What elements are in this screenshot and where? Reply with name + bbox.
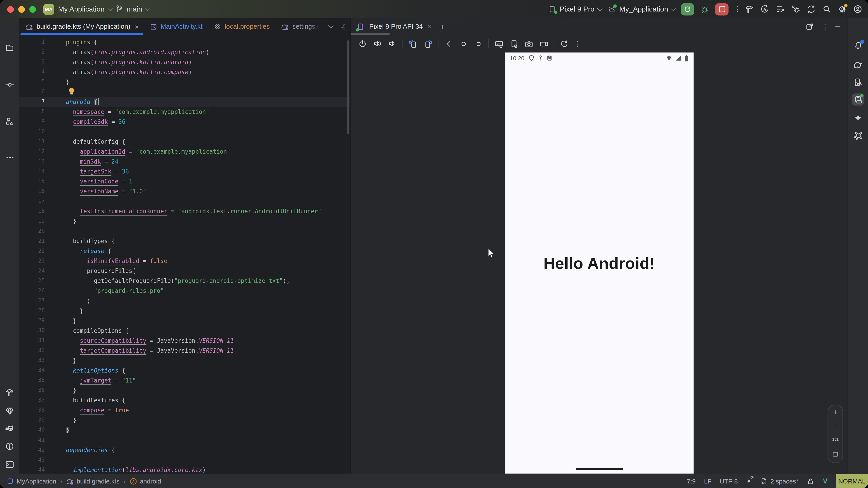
stop-button[interactable] xyxy=(715,3,728,15)
code-line[interactable]: 32 targetCompatibility = JavaVersion.VER… xyxy=(20,346,350,355)
line-number[interactable]: 36 xyxy=(20,385,45,395)
code-line[interactable]: 21 buildTypes { xyxy=(20,236,350,246)
code-line[interactable]: 37 buildFeatures { xyxy=(20,395,350,405)
build-button[interactable] xyxy=(744,4,754,14)
tab-build-gradle-kts[interactable]: build.gradle.kts (My Application) × xyxy=(20,18,145,35)
open-in-window-icon[interactable] xyxy=(805,22,814,31)
code-line[interactable]: 12 applicationId = "com.example.myapplic… xyxy=(20,147,350,156)
line-number[interactable]: 39 xyxy=(20,415,45,425)
code-line[interactable]: 8 namespace = "com.example.myapplication… xyxy=(20,107,350,117)
search-everywhere-button[interactable] xyxy=(822,4,831,14)
line-ending-widget[interactable]: LF xyxy=(704,478,711,484)
rotate-ccw-icon[interactable] xyxy=(408,39,418,48)
app-quality-insights-tool-button[interactable] xyxy=(4,404,16,417)
line-number[interactable]: 40 xyxy=(20,425,45,435)
line-number[interactable]: 8 xyxy=(20,107,45,117)
code-line[interactable]: 4 alias(libs.plugins.kotlin.compose) xyxy=(20,67,350,77)
line-number[interactable]: 11 xyxy=(20,136,45,147)
code-line[interactable]: 3 alias(libs.plugins.kotlin.android) xyxy=(20,57,350,67)
line-number[interactable]: 18 xyxy=(20,206,45,216)
keyboard-icon[interactable] xyxy=(494,39,504,48)
power-icon[interactable] xyxy=(358,39,368,48)
volume-down-icon[interactable] xyxy=(388,39,397,48)
tab-settings-gradle[interactable]: settings.g xyxy=(275,18,327,35)
settings-button[interactable] xyxy=(837,4,847,14)
resource-manager-tool-button[interactable] xyxy=(4,115,16,127)
code-line[interactable]: 2 alias(libs.plugins.android.application… xyxy=(20,47,350,57)
code-line[interactable]: 10 xyxy=(20,127,350,136)
line-number[interactable]: 17 xyxy=(20,196,45,206)
code-line[interactable]: 44 implementation(libs.androidx.core.ktx… xyxy=(20,465,350,474)
code-line[interactable]: 38 compose = true xyxy=(20,405,350,415)
volume-up-icon[interactable] xyxy=(373,39,382,48)
line-number[interactable]: 4 xyxy=(20,67,45,77)
line-number[interactable]: 42 xyxy=(20,445,45,455)
running-devices-tool-button[interactable] xyxy=(852,93,864,105)
code-line[interactable]: 22 release { xyxy=(20,246,350,256)
editor-scrollbar[interactable] xyxy=(347,40,349,134)
code-line[interactable]: 9 compileSdk = 36 xyxy=(20,117,350,127)
inspection-ok-check-icon[interactable]: ✓ xyxy=(340,23,346,30)
code-line[interactable]: 42dependencies { xyxy=(20,445,350,455)
code-line[interactable]: 36 } xyxy=(20,385,350,395)
line-number[interactable]: 25 xyxy=(20,276,45,286)
line-number[interactable]: 31 xyxy=(20,335,45,346)
code-line[interactable]: 17 xyxy=(20,196,350,206)
tab-local-properties[interactable]: local.properties xyxy=(208,18,275,35)
chevron-down-icon[interactable] xyxy=(328,23,333,29)
line-number[interactable]: 30 xyxy=(20,326,45,335)
screen-record-icon[interactable] xyxy=(539,39,549,48)
sync-project-button[interactable] xyxy=(760,4,770,14)
line-number[interactable]: 28 xyxy=(20,306,45,316)
line-number[interactable]: 29 xyxy=(20,316,45,326)
line-number[interactable]: 38 xyxy=(20,405,45,415)
line-number[interactable]: 35 xyxy=(20,375,45,385)
profile-button[interactable] xyxy=(852,4,862,14)
code-line[interactable]: 14 targetSdk = 36 xyxy=(20,166,350,176)
project-widget[interactable]: MA My Application xyxy=(43,0,112,18)
code-line[interactable]: 26 "proguard-rules.pro" xyxy=(20,286,350,296)
code-line[interactable]: 25 getDefaultProguardFile("proguard-andr… xyxy=(20,276,350,286)
problems-tool-button[interactable] xyxy=(4,440,16,452)
line-number[interactable]: 27 xyxy=(20,296,45,306)
minimize-window-button[interactable] xyxy=(18,6,25,13)
zoom-fit-button[interactable] xyxy=(831,451,839,458)
run-configuration-selector[interactable]: My_Application xyxy=(607,5,675,13)
zoom-actual-size-button[interactable]: 1:1 xyxy=(832,437,839,442)
gradle-tool-button[interactable] xyxy=(852,59,864,71)
device-settings-icon[interactable] xyxy=(509,39,519,48)
line-number[interactable]: 24 xyxy=(20,266,45,276)
line-number[interactable]: 23 xyxy=(20,256,45,266)
line-number[interactable]: 2 xyxy=(20,47,45,57)
commit-tool-button[interactable] xyxy=(4,78,16,91)
code-line[interactable]: 35 jvmTarget = "11" xyxy=(20,375,350,385)
project-tool-button[interactable] xyxy=(4,41,16,54)
code-line[interactable]: 15 versionCode = 1 xyxy=(20,176,350,186)
line-number[interactable]: 7 xyxy=(20,97,45,107)
profiler-button[interactable] xyxy=(775,4,785,14)
breadcrumb-element[interactable]: λ android xyxy=(129,477,161,485)
zoom-out-button[interactable]: − xyxy=(833,423,837,429)
new-device-tab-button[interactable]: + xyxy=(440,22,445,31)
line-number[interactable]: 32 xyxy=(20,346,45,355)
line-number[interactable]: 34 xyxy=(20,365,45,375)
line-number[interactable]: 3 xyxy=(20,57,45,67)
code-line[interactable]: 11 defaultConfig { xyxy=(20,136,350,147)
line-number[interactable]: 12 xyxy=(20,147,45,156)
breadcrumb-project[interactable]: MyApplication xyxy=(6,478,56,485)
code-line[interactable]: 7android { xyxy=(20,97,350,107)
rotate-cw-icon[interactable] xyxy=(423,39,433,48)
device-tab-label[interactable]: Pixel 9 Pro API 34 xyxy=(369,23,423,30)
close-icon[interactable]: × xyxy=(135,22,139,31)
line-number[interactable]: 1 xyxy=(20,37,45,47)
code-line[interactable]: 19 } xyxy=(20,216,350,226)
restart-icon[interactable] xyxy=(559,39,569,48)
notifications-button[interactable] xyxy=(852,39,864,52)
line-number[interactable]: 26 xyxy=(20,286,45,296)
line-number[interactable]: 43 xyxy=(20,455,45,465)
encoding-widget[interactable]: UTF-8 xyxy=(720,478,738,484)
line-number[interactable]: 6 xyxy=(20,87,45,97)
code-line[interactable]: 16 versionName = "1.0" xyxy=(20,186,350,196)
rerun-button[interactable] xyxy=(681,3,694,15)
gesture-bar[interactable] xyxy=(576,468,623,470)
